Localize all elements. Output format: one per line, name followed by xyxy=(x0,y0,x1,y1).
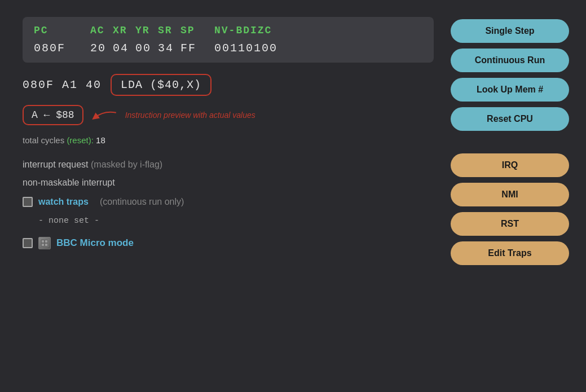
value-sr: 34 xyxy=(158,42,180,55)
bbc-micro-label: BBC Micro mode xyxy=(56,237,134,249)
header-yr: YR xyxy=(135,25,158,36)
header-xr: XR xyxy=(113,25,135,36)
watch-traps-line[interactable]: watch traps (continuous run only) xyxy=(23,197,434,207)
value-sp: FF xyxy=(180,42,214,55)
instruction-line: 080F A1 40 LDA ($40,X) xyxy=(23,74,434,96)
value-xr: 04 xyxy=(113,42,135,55)
cycles-reset[interactable]: (reset): xyxy=(67,135,94,145)
register-display: PC AC XR YR SR SP NV-BDIZC 080F 20 04 00… xyxy=(23,17,434,63)
watch-traps-paren: (continuous run only) xyxy=(100,197,184,207)
bbc-micro-line[interactable]: BBC Micro mode xyxy=(23,237,434,249)
nmi-line: non-maskable interrupt xyxy=(23,178,434,188)
none-set-label: - none set - xyxy=(38,216,434,226)
register-values: 080F 20 04 00 34 FF 00110100 xyxy=(34,42,422,55)
header-pc: PC xyxy=(34,25,90,36)
right-panel: Single Step Continuous Run Look Up Mem #… xyxy=(451,17,569,375)
watch-traps-checkbox[interactable] xyxy=(23,197,33,207)
header-nv: NV-BDIZC xyxy=(214,25,422,36)
register-headers: PC AC XR YR SR SP NV-BDIZC xyxy=(34,25,422,36)
continuous-run-button[interactable]: Continuous Run xyxy=(451,49,569,72)
header-sr: SR xyxy=(158,25,180,36)
arrow-icon xyxy=(90,107,118,124)
instruction-mnemonic: LDA ($40,X) xyxy=(111,74,212,96)
value-pc: 080F xyxy=(34,42,90,55)
header-sp: SP xyxy=(180,25,214,36)
svg-rect-3 xyxy=(42,244,44,246)
value-ac: 20 xyxy=(90,42,113,55)
value-nv: 00110100 xyxy=(214,42,422,55)
preview-value: A ← $88 xyxy=(23,105,83,125)
edit-traps-button[interactable]: Edit Traps xyxy=(451,241,569,265)
irq-paren: (masked by i-flag) xyxy=(91,160,162,169)
cycles-value: 18 xyxy=(96,135,105,145)
cycles-line: total cycles (reset): 18 xyxy=(23,135,434,145)
nmi-button[interactable]: NMI xyxy=(451,183,569,206)
cycles-label: total cycles xyxy=(23,135,64,145)
rst-button[interactable]: RST xyxy=(451,212,569,236)
svg-rect-1 xyxy=(42,240,44,243)
preview-line: A ← $88 Instruction preview with actual … xyxy=(23,105,434,125)
header-ac: AC xyxy=(90,25,113,36)
bbc-icon xyxy=(38,237,51,249)
reset-cpu-button[interactable]: Reset CPU xyxy=(451,107,569,131)
look-up-mem-button[interactable]: Look Up Mem # xyxy=(451,78,569,102)
instruction-addr: 080F A1 40 xyxy=(23,78,102,91)
preview-label: Instruction preview with actual values xyxy=(125,111,255,120)
irq-label: interrupt request xyxy=(23,160,89,169)
svg-rect-4 xyxy=(45,244,47,246)
value-yr: 00 xyxy=(135,42,158,55)
interrupt-section: interrupt request (masked by i-flag) non… xyxy=(23,160,434,188)
svg-rect-2 xyxy=(45,240,47,243)
watch-traps-label: watch traps xyxy=(38,197,89,207)
arrow-container xyxy=(90,107,118,124)
single-step-button[interactable]: Single Step xyxy=(451,19,569,43)
irq-button[interactable]: IRQ xyxy=(451,153,569,177)
nmi-label: non-maskable interrupt xyxy=(23,178,115,187)
irq-line: interrupt request (masked by i-flag) xyxy=(23,160,434,170)
bbc-micro-checkbox[interactable] xyxy=(23,238,33,248)
button-spacer xyxy=(451,136,569,148)
